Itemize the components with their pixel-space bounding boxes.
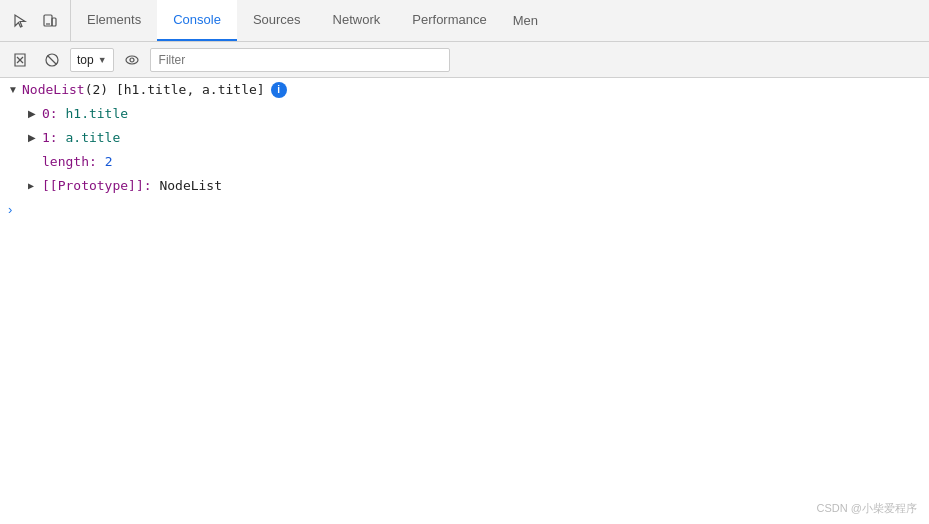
block-icon[interactable] (38, 46, 66, 74)
item1-prefix: 1: (42, 130, 65, 145)
clear-console-icon[interactable] (6, 46, 34, 74)
console-output: NodeList(2) [h1.title, a.title] i 0: h1.… (0, 78, 929, 524)
prompt-chevron: › (8, 202, 12, 217)
filter-input[interactable] (150, 48, 450, 72)
context-label: top (77, 53, 94, 67)
prototype-expand-triangle[interactable] (28, 176, 42, 196)
item0-prefix: 0: (42, 106, 65, 121)
tab-icons (0, 0, 71, 41)
nodelist-label: NodeList (22, 82, 85, 97)
item0-value: h1.title (65, 106, 128, 121)
prototype-line: [[Prototype]]: NodeList (0, 174, 929, 198)
length-line: length: 2 (0, 150, 929, 174)
svg-point-8 (126, 56, 138, 64)
toolbar: top ▼ (0, 42, 929, 78)
context-selector[interactable]: top ▼ (70, 48, 114, 72)
watermark: CSDN @小柴爱程序 (817, 501, 917, 516)
item1-value: a.title (65, 130, 120, 145)
device-icon[interactable] (38, 9, 62, 33)
nodelist-expand-triangle[interactable] (8, 80, 22, 100)
svg-point-9 (130, 58, 134, 62)
prompt-line[interactable]: › (0, 198, 929, 221)
tab-more[interactable]: Men (503, 0, 548, 41)
info-badge[interactable]: i (271, 82, 287, 98)
eye-icon[interactable] (118, 46, 146, 74)
tab-bar: Elements Console Sources Network Perform… (0, 0, 929, 42)
item0-expand-triangle[interactable] (28, 104, 42, 124)
context-chevron: ▼ (98, 55, 107, 65)
tab-network[interactable]: Network (317, 0, 397, 41)
nodelist-items: [h1.title, a.title] (108, 82, 265, 97)
tab-elements[interactable]: Elements (71, 0, 157, 41)
svg-line-7 (48, 55, 57, 64)
cursor-icon[interactable] (8, 9, 32, 33)
item-1-line: 1: a.title (0, 126, 929, 150)
tab-console[interactable]: Console (157, 0, 237, 41)
prototype-prefix: [[Prototype]]: (42, 178, 159, 193)
tab-sources[interactable]: Sources (237, 0, 317, 41)
length-value: 2 (105, 154, 113, 169)
tab-performance[interactable]: Performance (396, 0, 502, 41)
item-0-line: 0: h1.title (0, 102, 929, 126)
length-label: length: (42, 154, 105, 169)
svg-rect-1 (52, 18, 56, 26)
nodelist-header-line: NodeList(2) [h1.title, a.title] i (0, 78, 929, 102)
nodelist-count: (2) (85, 82, 108, 97)
item1-expand-triangle[interactable] (28, 128, 42, 148)
prototype-value: NodeList (159, 178, 222, 193)
